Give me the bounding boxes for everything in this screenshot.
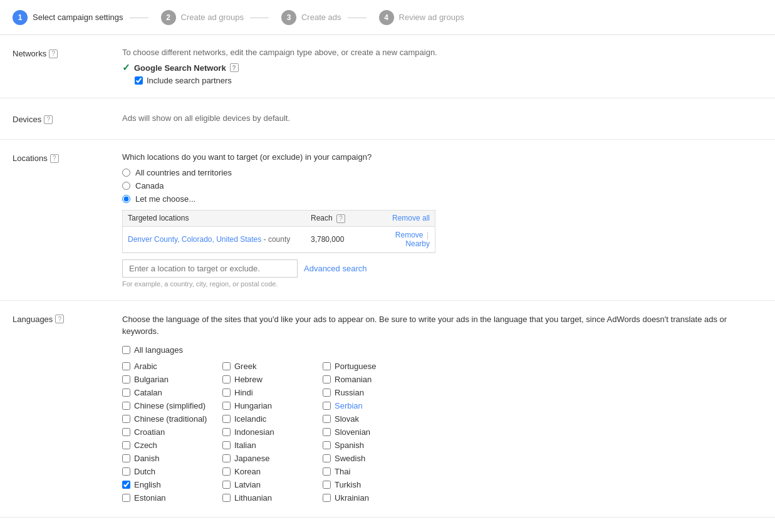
lang-label-slovak: Slovak (335, 414, 359, 424)
lang-checkbox-indonesian[interactable] (222, 428, 231, 436)
lang-checkbox-lithuanian[interactable] (222, 494, 231, 502)
include-partners-checkbox[interactable] (135, 76, 143, 85)
location-link[interactable]: Denver County, Colorado, United States (128, 235, 261, 244)
locations-radio-canada[interactable] (122, 182, 130, 190)
lang-checkbox-english[interactable] (122, 481, 130, 489)
lang-checkbox-catalan[interactable] (122, 389, 130, 397)
network-item: ✓ Google Search Network ? (122, 62, 762, 73)
lang-checkbox-swedish[interactable] (323, 454, 331, 462)
lang-label-romanian: Romanian (335, 375, 372, 384)
language-item: Latvian (222, 478, 323, 491)
language-item: Indonesian (222, 425, 323, 439)
language-item: Hindi (222, 386, 323, 399)
lang-checkbox-spanish[interactable] (323, 441, 331, 449)
lang-label-hindi: Hindi (234, 388, 253, 397)
include-partners-label: Include search partners (147, 76, 232, 85)
language-item: Estonian (122, 491, 222, 504)
lang-label-bulgarian: Bulgarian (134, 375, 169, 384)
lang-checkbox-czech[interactable] (122, 441, 130, 449)
devices-content: Ads will show on all eligible devices by… (122, 113, 775, 124)
languages-label: Languages ? (13, 315, 122, 324)
languages-section: Languages ? Choose the language of the s… (0, 301, 775, 518)
lang-checkbox-arabic[interactable] (122, 362, 130, 370)
lang-label-english: English (134, 480, 161, 489)
lang-checkbox-hungarian[interactable] (222, 402, 231, 410)
lang-checkbox-thai[interactable] (323, 467, 331, 476)
all-languages-checkbox[interactable] (122, 346, 130, 354)
language-item: Czech (122, 439, 222, 452)
languages-content: Choose the language of the sites that yo… (122, 313, 775, 504)
languages-help-icon[interactable]: ? (55, 315, 64, 323)
lang-label-italian: Italian (234, 441, 256, 450)
lang-checkbox-hindi[interactable] (222, 389, 231, 397)
language-item: Icelandic (222, 412, 323, 425)
lang-label-chinese-(simplified): Chinese (simplified) (134, 401, 205, 410)
lang-checkbox-hebrew[interactable] (222, 375, 231, 383)
lang-checkbox-croatian[interactable] (122, 428, 130, 436)
devices-label: Devices ? (13, 115, 122, 124)
lang-checkbox-greek[interactable] (222, 362, 231, 370)
networks-label-text: Networks (13, 49, 46, 58)
language-item: Danish (122, 452, 222, 465)
advanced-search-link[interactable]: Advanced search (304, 264, 367, 273)
lang-checkbox-portuguese[interactable] (323, 362, 331, 370)
location-type: - county (264, 235, 291, 244)
locations-help-icon[interactable]: ? (50, 154, 59, 163)
lang-checkbox-chinese-(simplified)[interactable] (122, 402, 130, 410)
nearby-link[interactable]: Nearby (405, 239, 430, 248)
remove-location-link[interactable]: Remove (395, 231, 424, 239)
step-label-4: Review ad groups (399, 13, 464, 22)
remove-all-button[interactable]: Remove all (373, 214, 430, 223)
locations-content: Which locations do you want to target (o… (122, 152, 775, 288)
network-name: Google Search Network (134, 63, 226, 73)
lang-checkbox-ukrainian[interactable] (323, 494, 331, 502)
lang-label-dutch: Dutch (134, 467, 155, 476)
lang-label-turkish: Turkish (335, 480, 361, 489)
step-label-2: Create ad groups (181, 13, 244, 22)
reach-help-icon[interactable]: ? (336, 214, 345, 223)
lang-checkbox-slovak[interactable] (323, 415, 331, 423)
lang-label-korean: Korean (234, 467, 261, 476)
lang-label-chinese-(traditional): Chinese (traditional) (134, 414, 207, 424)
lang-checkbox-italian[interactable] (222, 441, 231, 449)
lang-checkbox-estonian[interactable] (122, 494, 130, 502)
location-reach-cell: 3,780,000 (311, 235, 373, 244)
network-help-icon[interactable]: ? (230, 63, 239, 72)
locations-label-text: Locations (13, 154, 48, 163)
languages-grid: ArabicGreekPortugueseBulgarianHebrewRoma… (122, 360, 762, 504)
networks-label: Networks ? (13, 49, 122, 58)
language-item: Korean (222, 465, 323, 478)
lang-checkbox-icelandic[interactable] (222, 415, 231, 423)
lang-checkbox-dutch[interactable] (122, 467, 130, 476)
lang-checkbox-latvian[interactable] (222, 481, 231, 489)
lang-checkbox-japanese[interactable] (222, 454, 231, 462)
lang-checkbox-danish[interactable] (122, 454, 130, 462)
lang-label-estonian: Estonian (134, 493, 166, 503)
locations-question: Which locations do you want to target (o… (122, 152, 762, 162)
lang-checkbox-romanian[interactable] (323, 375, 331, 383)
location-search-input[interactable] (122, 259, 298, 278)
lang-checkbox-slovenian[interactable] (323, 428, 331, 436)
devices-label-col: Devices ? (13, 113, 122, 124)
locations-radio-choose[interactable] (122, 195, 130, 203)
lang-checkbox-russian[interactable] (323, 389, 331, 397)
locations-radio-all[interactable] (122, 169, 130, 177)
lang-label-swedish: Swedish (335, 454, 365, 463)
networks-help-icon[interactable]: ? (49, 50, 58, 58)
devices-section: Devices ? Ads will show on all eligible … (0, 98, 775, 140)
lang-label-japanese: Japanese (234, 454, 269, 463)
language-item: Romanian (323, 373, 423, 386)
devices-help-icon[interactable]: ? (44, 115, 53, 124)
lang-checkbox-turkish[interactable] (323, 481, 331, 489)
lang-checkbox-serbian[interactable] (323, 402, 331, 410)
step-circle-2: 2 (161, 10, 176, 25)
lang-checkbox-korean[interactable] (222, 467, 231, 476)
language-item: Hungarian (222, 399, 323, 412)
lang-checkbox-chinese-(traditional)[interactable] (122, 415, 130, 423)
lang-checkbox-bulgarian[interactable] (122, 375, 130, 383)
lang-label-slovenian: Slovenian (335, 427, 370, 437)
devices-label-text: Devices (13, 115, 41, 124)
action-separator: | (427, 231, 429, 239)
language-item: Thai (323, 465, 423, 478)
main-content: Networks ? To choose different networks,… (0, 35, 775, 518)
